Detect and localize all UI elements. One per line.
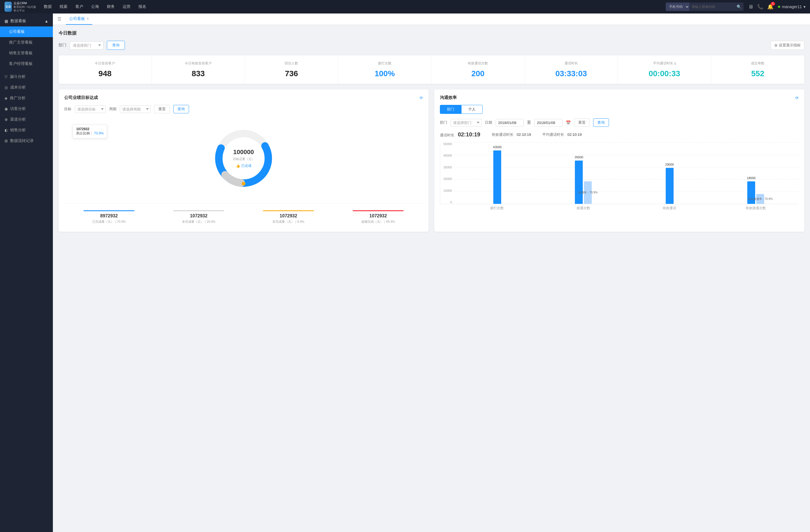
sidebar-item-cost[interactable]: ◎ 成本分析 bbox=[0, 82, 53, 93]
target-reset-button[interactable]: 重置 bbox=[154, 105, 170, 113]
username: manager11 bbox=[782, 4, 802, 9]
today-section-title: 今日数据 bbox=[59, 30, 804, 36]
bottom-stat-2: 1072932 应完成量（元）｜8.9% bbox=[244, 208, 333, 226]
efficiency-refresh-icon[interactable]: ⟳ bbox=[795, 96, 799, 100]
stat-value-4: 200 bbox=[436, 69, 520, 78]
tab-bar: ☰ 公司看板 ✕ bbox=[53, 14, 810, 25]
period-label: 周期 bbox=[109, 106, 116, 112]
phone-icon[interactable]: 📞 bbox=[757, 4, 763, 10]
today-query-button[interactable]: 查询 bbox=[107, 41, 125, 50]
eff-query-button[interactable]: 查询 bbox=[593, 118, 609, 127]
eff-label-1: 通话时长 bbox=[440, 133, 454, 137]
donut-svg bbox=[213, 127, 275, 189]
bar-label-0-0: 43000 bbox=[493, 145, 502, 149]
sidebar-item-data-transfer[interactable]: ⊞ 数据流转记录 bbox=[0, 135, 53, 146]
bar-1-1: 接通率：70.9% bbox=[584, 181, 592, 204]
eff-date-separator: 至 bbox=[527, 120, 531, 125]
channel-icon: ⊕ bbox=[4, 117, 8, 122]
sidebar-item-account-board[interactable]: 客户经理看板 bbox=[0, 59, 53, 69]
eff-stat-group-1: 通话时长 02:10:19 bbox=[440, 131, 480, 138]
today-department-select[interactable]: 请选择部门 bbox=[70, 41, 103, 49]
sidebar-dashboard-header[interactable]: ▦ 数据看板 ▲ bbox=[0, 16, 53, 27]
sidebar-item-visitor[interactable]: ◉ 访客分析 bbox=[0, 103, 53, 114]
sidebar-item-funnel[interactable]: ▽ 漏斗分析 bbox=[0, 71, 53, 82]
efficiency-chart-card: 沟通效率 ⟳ 部门 个人 部门 请选择部门 日期 至 bbox=[434, 89, 804, 232]
nav-finance[interactable]: 财务 bbox=[107, 3, 115, 11]
x-label-2: 有效通话 bbox=[626, 206, 713, 211]
stat-value-2: 736 bbox=[249, 69, 334, 78]
logo[interactable]: 云朵 云朵CRM 教育机构一站式服务云平台 bbox=[4, 1, 38, 12]
user-info[interactable]: manager11 ▾ bbox=[778, 4, 806, 9]
tab-close-button[interactable]: ✕ bbox=[87, 17, 89, 20]
stat-card-0: 今日首咨客户 948 bbox=[59, 55, 152, 84]
eff-department-select[interactable]: 请选择部门 bbox=[451, 119, 482, 127]
search-type-select[interactable]: 手机号码 bbox=[666, 2, 689, 11]
bar-group-3: 18000 有效接通率：70.9% bbox=[713, 181, 799, 204]
donut-chart-area: 1072932 所占比例： 70.9% bbox=[64, 119, 423, 198]
sidebar-item-sales-analysis[interactable]: ◐ 销售分析 bbox=[0, 125, 53, 135]
nav-enrollment[interactable]: 报名 bbox=[139, 3, 146, 11]
sidebar-item-channel[interactable]: ⊕ 渠道分析 bbox=[0, 114, 53, 125]
target-query-button[interactable]: 查询 bbox=[173, 105, 189, 113]
monitor-icon[interactable]: 🖥 bbox=[748, 4, 753, 10]
nav-public-sea[interactable]: 公海 bbox=[91, 3, 99, 11]
nav-leads[interactable]: 线索 bbox=[60, 3, 67, 11]
eff-date-from[interactable] bbox=[496, 119, 524, 127]
tooltip-percent-label: 所占比例： bbox=[76, 131, 93, 135]
tab-company-board[interactable]: 公司看板 ✕ bbox=[66, 14, 92, 25]
visitor-label: 访客分析 bbox=[10, 106, 26, 111]
sidebar-item-promotion-board[interactable]: 推广主管看板 bbox=[0, 37, 53, 48]
stat-card-1: 今日有效首咨客户 833 bbox=[152, 55, 245, 84]
y-label-30000: 30000 bbox=[443, 166, 452, 169]
target-chart-header: 公司业绩目标达成 ⟳ bbox=[64, 95, 423, 100]
nav-data[interactable]: 数据 bbox=[44, 3, 52, 11]
bar-2-0: 29000 bbox=[666, 168, 674, 204]
settings-button[interactable]: ⚙ 设置显示指标 bbox=[771, 41, 804, 50]
efficiency-tabs: 部门 个人 bbox=[440, 105, 799, 114]
sidebar-item-promotion[interactable]: ◈ 推广分析 bbox=[0, 93, 53, 103]
notification-icon[interactable]: 🔔 5 bbox=[767, 4, 774, 10]
eff-tab-individual[interactable]: 个人 bbox=[461, 105, 483, 114]
eff-reset-button[interactable]: 重置 bbox=[574, 118, 590, 127]
eff-value-1: 02:10:19 bbox=[458, 131, 480, 137]
nav-operations[interactable]: 运营 bbox=[123, 3, 130, 11]
today-filter-row: 部门 请选择部门 查询 ⚙ 设置显示指标 bbox=[59, 41, 804, 50]
target-controls: 目标 请选择目标 周期 请选择周期 重置 查询 bbox=[64, 105, 423, 113]
bar-group-0: 43000 bbox=[454, 150, 540, 204]
target-refresh-icon[interactable]: ⟳ bbox=[420, 96, 423, 100]
eff-date-to[interactable] bbox=[534, 119, 563, 127]
stat-card-5: 通话时长 03:33:03 bbox=[525, 55, 618, 84]
tab-menu-button[interactable]: ☰ bbox=[58, 16, 61, 22]
search-button[interactable]: 🔍 bbox=[734, 4, 744, 9]
sidebar-item-sales-board[interactable]: 销售主管看板 bbox=[0, 48, 53, 59]
bar-1-0: 35000 bbox=[575, 161, 583, 204]
logo-icon: 云朵 bbox=[4, 2, 12, 12]
info-icon-6: ℹ bbox=[675, 62, 676, 66]
cost-icon: ◎ bbox=[4, 85, 8, 90]
y-label-40000: 40000 bbox=[443, 154, 452, 157]
bs-label-3: 超额完成（元）｜89.9% bbox=[336, 220, 421, 224]
tooltip-percent-line: 所占比例： 70.9% bbox=[76, 131, 103, 136]
target-select[interactable]: 请选择目标 bbox=[75, 105, 106, 113]
transfer-icon: ⊞ bbox=[4, 139, 8, 143]
donut-tooltip: 1072932 所占比例： 70.9% bbox=[72, 124, 107, 138]
stat-label-0: 今日首咨客户 bbox=[63, 61, 147, 66]
x-label-3: 有效接通次数 bbox=[713, 206, 799, 211]
bs-line-2 bbox=[263, 210, 314, 211]
sidebar-item-company-board[interactable]: 公司看板 bbox=[0, 27, 53, 37]
stat-value-3: 100% bbox=[343, 69, 427, 78]
calendar-icon[interactable]: 📅 bbox=[566, 120, 571, 125]
y-label-10000: 10000 bbox=[443, 189, 452, 192]
search-input[interactable] bbox=[689, 5, 734, 9]
eff-tab-department[interactable]: 部门 bbox=[440, 105, 461, 114]
bar-label-1-0: 35000 bbox=[574, 155, 583, 159]
eff-dept-label: 部门 bbox=[440, 120, 447, 125]
bs-line-0 bbox=[83, 210, 135, 211]
bar-group-1: 35000 接通率：70.9% bbox=[540, 161, 626, 204]
nav-customers[interactable]: 客户 bbox=[75, 3, 83, 11]
period-select[interactable]: 请选择周期 bbox=[120, 105, 151, 113]
main-layout: ▦ 数据看板 ▲ 公司看板 推广主管看板 销售主管看板 客户经理看板 ▽ 漏斗分… bbox=[0, 14, 810, 532]
settings-icon: ⚙ bbox=[774, 43, 778, 48]
sidebar-section-dashboard: ▦ 数据看板 ▲ 公司看板 推广主管看板 销售主管看板 客户经理看板 bbox=[0, 14, 53, 71]
channel-label: 渠道分析 bbox=[10, 117, 26, 122]
